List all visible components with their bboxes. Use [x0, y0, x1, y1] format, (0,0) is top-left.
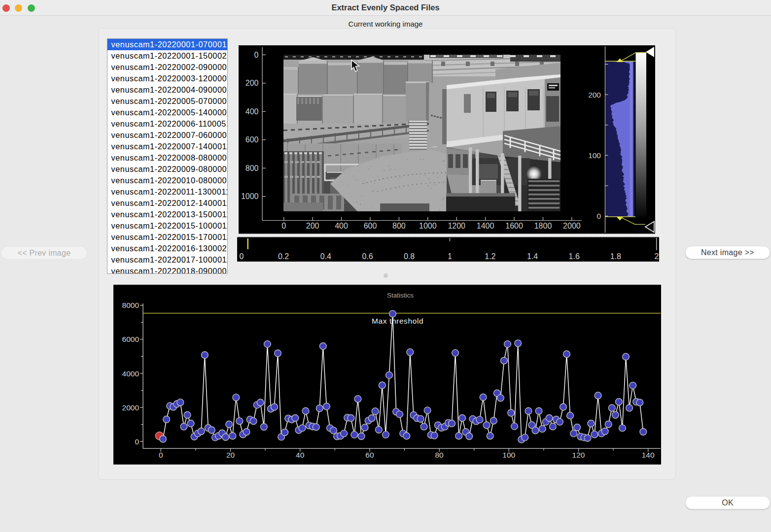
svg-text:8000: 8000 — [122, 301, 140, 309]
svg-text:120: 120 — [572, 451, 585, 459]
svg-text:Statistics: Statistics — [387, 292, 414, 299]
svg-text:100: 100 — [502, 451, 515, 459]
svg-text:40: 40 — [296, 451, 305, 459]
svg-text:4000: 4000 — [122, 369, 140, 378]
svg-text:2000: 2000 — [122, 403, 140, 412]
svg-text:60: 60 — [365, 451, 374, 459]
svg-text:6000: 6000 — [122, 335, 140, 343]
svg-text:80: 80 — [435, 451, 444, 459]
svg-text:20: 20 — [226, 451, 235, 459]
svg-text:0: 0 — [135, 437, 139, 446]
svg-text:140: 140 — [642, 451, 655, 459]
svg-text:Max threshold: Max threshold — [372, 317, 423, 325]
svg-text:0: 0 — [159, 451, 163, 459]
